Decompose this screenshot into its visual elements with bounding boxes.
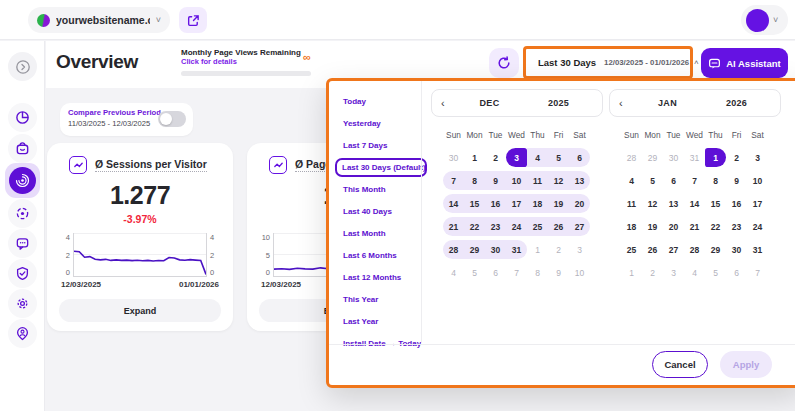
chevron-left-icon[interactable]: ‹ [619, 97, 633, 109]
calendar-day[interactable]: 25 [621, 240, 642, 259]
sidebar-item-expand[interactable] [8, 52, 37, 81]
calendar-day[interactable]: 21 [443, 217, 464, 236]
calendar-day[interactable]: 10 [569, 263, 590, 282]
calendar-day[interactable]: 21 [684, 217, 705, 236]
calendar-day[interactable]: 6 [569, 148, 590, 167]
calendar-day[interactable]: 13 [663, 194, 684, 213]
calendar-day[interactable]: 8 [705, 171, 726, 190]
calendar-day[interactable]: 4 [443, 263, 464, 282]
calendar-day[interactable]: 29 [464, 240, 485, 259]
calendar-day[interactable]: 6 [726, 263, 747, 282]
calendar-day[interactable]: 29 [642, 148, 663, 167]
calendar-day[interactable]: 31 [684, 148, 705, 167]
calendar-day[interactable]: 20 [569, 194, 590, 213]
preset-last-year[interactable]: Last Year [338, 314, 424, 329]
calendar-day[interactable]: 28 [443, 240, 464, 259]
calendar-day[interactable]: 8 [464, 171, 485, 190]
calendar-day[interactable]: 14 [684, 194, 705, 213]
cancel-button[interactable]: Cancel [652, 351, 708, 378]
calendar-day[interactable]: 4 [527, 148, 548, 167]
calendar-day[interactable]: 22 [705, 217, 726, 236]
calendar-day[interactable]: 27 [569, 217, 590, 236]
calendar-day[interactable]: 23 [726, 217, 747, 236]
calendar-day[interactable]: 17 [506, 194, 527, 213]
preset-this-year[interactable]: This Year [338, 292, 424, 307]
calendar-day[interactable]: 7 [506, 263, 527, 282]
calendar-day[interactable]: 26 [642, 240, 663, 259]
sidebar-item-behaviour[interactable] [8, 199, 37, 228]
account-menu[interactable]: ˅ [741, 5, 788, 35]
expand-button[interactable]: Expand [59, 299, 221, 322]
calendar-day[interactable]: 15 [464, 194, 485, 213]
website-selector[interactable]: yourwebsitename.com ˅ [28, 7, 170, 33]
calendar-year-select[interactable]: 2025 [524, 98, 593, 108]
calendar-day[interactable]: 4 [621, 171, 642, 190]
ai-assistant-button[interactable]: AI Assistant [701, 48, 788, 78]
calendar-day[interactable]: 24 [747, 217, 768, 236]
preset-last-40-days[interactable]: Last 40 Days [338, 204, 424, 219]
calendar-day[interactable]: 5 [464, 263, 485, 282]
calendar-day[interactable]: 3 [663, 263, 684, 282]
preset-last-30-days-default-[interactable]: Last 30 Days (Default) [335, 158, 427, 177]
calendar-day[interactable]: 8 [527, 263, 548, 282]
calendar-day[interactable]: 19 [548, 194, 569, 213]
calendar-day[interactable]: 31 [747, 240, 768, 259]
calendar-day[interactable]: 23 [485, 217, 506, 236]
calendar-day[interactable]: 24 [506, 217, 527, 236]
quota-details-link[interactable]: Click for details [181, 57, 311, 66]
preset-today[interactable]: Today [338, 94, 424, 109]
preset-this-month[interactable]: This Month [338, 182, 424, 197]
calendar-day[interactable]: 11 [621, 194, 642, 213]
sidebar-item-settings[interactable] [8, 289, 37, 318]
calendar-day[interactable]: 6 [663, 171, 684, 190]
calendar-day[interactable]: 30 [663, 148, 684, 167]
open-website-button[interactable] [179, 7, 207, 33]
calendar-day[interactable]: 5 [642, 171, 663, 190]
calendar-day[interactable]: 15 [705, 194, 726, 213]
calendar-month-select[interactable]: JAN [633, 98, 702, 108]
calendar-year-select[interactable]: 2026 [702, 98, 771, 108]
calendar-day[interactable]: 1 [705, 148, 726, 167]
calendar-day[interactable]: 2 [642, 263, 663, 282]
preset-last-6-months[interactable]: Last 6 Months [338, 248, 424, 263]
calendar-day[interactable]: 9 [485, 171, 506, 190]
sidebar-item-visitor-insights-active[interactable] [5, 163, 40, 198]
sidebar-item-communication[interactable] [8, 229, 37, 258]
calendar-day[interactable]: 16 [726, 194, 747, 213]
calendar-day[interactable]: 10 [747, 171, 768, 190]
refresh-button[interactable] [489, 48, 519, 78]
date-range-button[interactable]: Last 30 Days 12/03/2025 - 01/01/2026 ˄ [523, 46, 693, 79]
sidebar-item-ecommerce[interactable] [8, 134, 37, 163]
calendar-day[interactable]: 11 [527, 171, 548, 190]
calendar-day[interactable]: 5 [705, 263, 726, 282]
sidebar-item-privacy[interactable] [8, 259, 37, 288]
calendar-day[interactable]: 6 [485, 263, 506, 282]
calendar-day[interactable]: 3 [506, 148, 527, 167]
preset-last-month[interactable]: Last Month [338, 226, 424, 241]
calendar-day[interactable]: 14 [443, 194, 464, 213]
calendar-day[interactable]: 20 [663, 217, 684, 236]
calendar-day[interactable]: 30 [726, 240, 747, 259]
sidebar-item-dashboard[interactable] [8, 103, 37, 132]
calendar-day[interactable]: 12 [548, 171, 569, 190]
calendar-day[interactable]: 7 [443, 171, 464, 190]
calendar-day[interactable]: 30 [485, 240, 506, 259]
calendar-day[interactable]: 3 [747, 148, 768, 167]
calendar-day[interactable]: 17 [747, 194, 768, 213]
calendar-day[interactable]: 2 [485, 148, 506, 167]
preset-last-12-months[interactable]: Last 12 Months [338, 270, 424, 285]
calendar-day[interactable]: 30 [443, 148, 464, 167]
calendar-day[interactable]: 12 [642, 194, 663, 213]
calendar-day[interactable]: 9 [548, 263, 569, 282]
calendar-day[interactable]: 2 [726, 148, 747, 167]
calendar-day[interactable]: 18 [621, 217, 642, 236]
calendar-day[interactable]: 22 [464, 217, 485, 236]
calendar-day[interactable]: 31 [506, 240, 527, 259]
calendar-day[interactable]: 9 [726, 171, 747, 190]
compare-toggle[interactable] [158, 111, 186, 127]
preset-last-7-days[interactable]: Last 7 Days [338, 138, 424, 153]
calendar-day[interactable]: 16 [485, 194, 506, 213]
calendar-day[interactable]: 25 [527, 217, 548, 236]
chevron-left-icon[interactable]: ‹ [441, 97, 455, 109]
calendar-day[interactable]: 7 [684, 171, 705, 190]
